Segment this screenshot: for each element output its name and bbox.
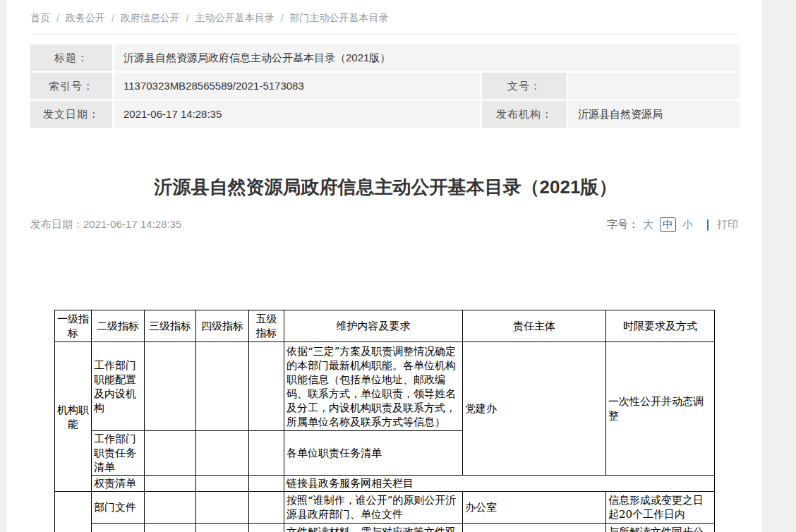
empty-cell <box>196 342 249 431</box>
meta-docnum-label: 文号： <box>482 73 567 99</box>
meta-index-label: 索引号： <box>30 73 112 99</box>
table-row: 部门文件 按照“谁制作，谁公开”的原则公开沂源县政府部门、单位文件 办公室 信息… <box>55 492 715 524</box>
catalog-table: 一级指标 二级指标 三级指标 四级指标 五级指标 维护内容及要求 责任主体 时限… <box>54 310 715 532</box>
cell-owner: 办公室 <box>463 492 606 524</box>
empty-cell <box>145 476 196 492</box>
table-row: 政策解读 文件解读材料，需与对应政策文件双向关联 文件起草科室、单位 与所解读文… <box>55 524 715 532</box>
font-size-small-button[interactable]: 小 <box>680 217 695 232</box>
breadcrumb-link-home[interactable]: 首页 <box>30 12 50 25</box>
empty-cell <box>196 476 249 492</box>
publish-date-value: 2021-06-17 14:28:35 <box>83 218 181 230</box>
breadcrumb-separator: / <box>56 13 59 24</box>
cell-deadline: 一次性公开并动态调整 <box>606 342 715 476</box>
breadcrumb-separator: / <box>186 13 189 24</box>
empty-cell <box>196 492 249 524</box>
cell-content: 各单位职责任务清单 <box>284 431 463 476</box>
header-level4: 四级指标 <box>196 310 249 342</box>
font-size-large-button[interactable]: 大 <box>641 217 656 232</box>
cell-level2: 部门文件 <box>92 492 145 524</box>
header-owner: 责任主体 <box>463 310 606 342</box>
empty-cell <box>249 524 284 532</box>
cell-level2: 工作部门职能配置及内设机构 <box>92 342 145 431</box>
breadcrumb-link-mulu[interactable]: 主动公开基本目录 <box>195 12 275 25</box>
page-content: 首页 / 政务公开 / 政府信息公开 / 主动公开基本目录 / 部门主动公开基本… <box>7 0 762 532</box>
cell-level2: 工作部门职责任务清单 <box>92 431 145 476</box>
meta-title-value: 沂源县自然资源局政府信息主动公开基本目录（2021版） <box>114 44 740 71</box>
cell-level2: 权责清单 <box>92 476 145 492</box>
breadcrumb-link-xinxi[interactable]: 政府信息公开 <box>121 12 180 25</box>
empty-cell <box>249 342 284 431</box>
header-level1: 一级指标 <box>55 310 92 342</box>
meta-title-label: 标题： <box>30 44 112 71</box>
empty-cell <box>249 476 284 492</box>
empty-cell <box>249 492 284 524</box>
cell-content-merged: 链接县政务服务网相关栏目 <box>284 476 715 492</box>
table-row: 权责清单 链接县政务服务网相关栏目 <box>55 476 715 492</box>
cell-content: 按照“谁制作，谁公开”的原则公开沂源县政府部门、单位文件 <box>284 492 463 524</box>
header-content: 维护内容及要求 <box>284 310 463 342</box>
breadcrumb-separator: / <box>281 13 284 24</box>
cell-deadline: 与所解读文件同步公开 <box>606 524 715 532</box>
empty-cell <box>196 431 249 476</box>
meta-date-value: 2021-06-17 14:28:35 <box>114 101 481 128</box>
empty-cell <box>145 431 196 476</box>
breadcrumb-divider <box>32 34 739 35</box>
font-size-label: 字号： <box>607 218 639 231</box>
meta-date-label: 发文日期： <box>30 101 112 128</box>
meta-org-value: 沂源县自然资源局 <box>568 101 740 128</box>
document-meta-table: 标题： 沂源县自然资源局政府信息主动公开基本目录（2021版） 索引号： 113… <box>30 44 738 128</box>
empty-cell <box>196 524 249 532</box>
breadcrumb-link-bumen[interactable]: 部门主动公开基本目录 <box>290 12 389 25</box>
divider-bar <box>707 219 708 231</box>
cell-level2: 政策解读 <box>92 524 145 532</box>
meta-org-label: 发布机构： <box>482 101 567 128</box>
breadcrumb: 首页 / 政务公开 / 政府信息公开 / 主动公开基本目录 / 部门主动公开基本… <box>30 0 762 25</box>
meta-index-value: 11370323MB28565589/2021-5173083 <box>114 73 481 99</box>
cell-content: 文件解读材料，需与对应政策文件双向关联 <box>284 524 463 532</box>
print-button[interactable]: 打印 <box>717 218 738 231</box>
empty-cell <box>145 492 196 524</box>
breadcrumb-link-zhengwu[interactable]: 政务公开 <box>66 12 105 25</box>
page-title: 沂源县自然资源局政府信息主动公开基本目录（2021版） <box>30 176 741 198</box>
empty-cell <box>145 524 196 532</box>
empty-cell <box>249 431 284 476</box>
table-row: 机构职能 工作部门职能配置及内设机构 依据“三定”方案及职责调整情况确定的本部门… <box>55 342 715 431</box>
cell-level1-jigou: 机构职能 <box>55 342 92 492</box>
header-level3: 三级指标 <box>145 310 196 342</box>
cell-deadline: 信息形成或变更之日起20个工作日内 <box>606 492 715 524</box>
font-size-medium-button[interactable]: 中 <box>660 217 676 232</box>
meta-docnum-value <box>568 73 740 99</box>
cell-owner: 党建办 <box>463 342 606 476</box>
catalog-header-row: 一级指标 二级指标 三级指标 四级指标 五级指标 维护内容及要求 责任主体 时限… <box>55 310 715 342</box>
publish-info-row: 发布日期：2021-06-17 14:28:35 字号： 大 中 小 打印 <box>30 217 738 232</box>
cell-owner: 文件起草科室、单位 <box>463 524 606 532</box>
publish-date: 发布日期：2021-06-17 14:28:35 <box>30 218 181 231</box>
header-deadline: 时限要求及方式 <box>606 310 715 342</box>
font-size-tools: 字号： 大 中 小 打印 <box>607 217 738 232</box>
header-level2: 二级指标 <box>92 310 145 342</box>
empty-cell <box>145 342 196 431</box>
header-level5: 五级指标 <box>249 310 284 342</box>
publish-date-label: 发布日期： <box>30 218 83 230</box>
breadcrumb-separator: / <box>111 13 114 24</box>
cell-level1-next-section <box>55 492 92 532</box>
cell-content: 依据“三定”方案及职责调整情况确定的本部门最新机构职能。各单位机构职能信息（包括… <box>284 342 463 431</box>
